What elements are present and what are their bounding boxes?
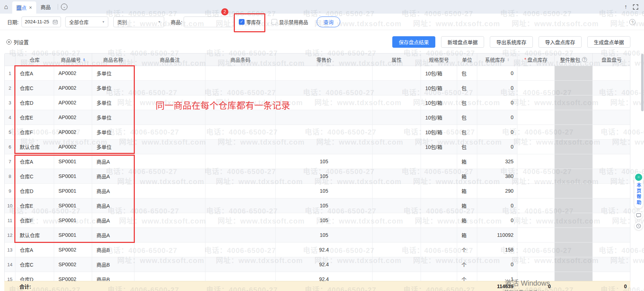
category-select[interactable]: 类别▾ — [113, 17, 164, 27]
table-row[interactable]: 4仓库EAP0002多单位10包/箱包0 — [5, 110, 630, 125]
cell-count[interactable] — [517, 95, 555, 110]
column-header-code[interactable]: 商品编号▲▼ — [54, 53, 92, 66]
column-header-price: 零售价 — [276, 53, 373, 66]
table-row[interactable]: 12默认仓库SP0001商品A105箱110092 — [5, 228, 630, 243]
cell-price — [276, 81, 373, 95]
summary-spacer — [4, 281, 15, 291]
page-help-button[interactable]: ⌾ 本页帮助 — [634, 172, 643, 208]
table-row[interactable]: 6默认仓库AP0002多单位10包/箱包0 — [5, 140, 630, 154]
tab-inventory-count[interactable]: 盘点 × — [12, 1, 36, 14]
cell-note — [134, 66, 205, 80]
new-count-doc-button[interactable]: 新增盘点单据 — [441, 36, 484, 48]
cell-price: 105 — [276, 184, 373, 198]
table-row[interactable]: 9仓库DSP0001商品A105箱290 — [5, 184, 630, 198]
cell-barcode — [205, 154, 276, 169]
cell-count[interactable] — [517, 213, 555, 227]
cell-count[interactable] — [517, 169, 555, 183]
cell-price: 92.4 — [276, 243, 373, 257]
cell-wh: 默认仓库 — [15, 228, 54, 242]
summary-name — [92, 281, 134, 291]
cell-attr — [373, 154, 421, 169]
cell-barcode — [205, 198, 276, 213]
table-row[interactable]: 13仓库ASP0002商品B92.4个158 — [5, 243, 630, 257]
cell-count[interactable] — [517, 243, 555, 257]
table-row[interactable]: 11仓库FSP0001商品A105箱0 — [5, 213, 630, 228]
cell-price: 92.4 — [276, 257, 373, 272]
cell-spec — [421, 198, 457, 213]
inventory-count-page: ⌂ 盘点 × 商品 ⌄ ↑ 日期: 2024-11-25 全部仓库▾ 类别▾ 商… — [0, 0, 644, 291]
table-row[interactable]: 14仓库CSP0002商品B92.4个0 — [5, 257, 630, 272]
cell-sys: 0 — [477, 81, 517, 95]
tab-history-icon[interactable]: ⌄ — [61, 4, 67, 10]
table-row[interactable]: 1仓库AAP0002多单位10包/箱包0 — [5, 66, 630, 81]
table-row[interactable]: 8仓库CSP0001商品A105箱380 — [5, 169, 630, 184]
cell-count[interactable] — [517, 154, 555, 169]
column-header-attr: 属性 — [373, 53, 421, 66]
collapse-up-icon[interactable]: ↑ — [624, 4, 627, 10]
tab-products[interactable]: 商品 — [36, 3, 55, 10]
fullscreen-icon[interactable] — [633, 4, 638, 10]
cell-code: AP0002 — [54, 140, 92, 154]
date-input[interactable]: 2024-11-25 — [22, 17, 61, 27]
cell-price — [276, 125, 373, 139]
export-system-stock-button[interactable]: 导出系统库存 — [490, 36, 533, 48]
home-icon[interactable]: ⌂ — [0, 0, 12, 14]
import-count-stock-button[interactable]: 导入盘点库存 — [539, 36, 582, 48]
cell-pl — [593, 95, 630, 110]
summary-pl: 0 — [592, 281, 630, 291]
row-number: 11 — [5, 213, 15, 227]
cell-pkg — [555, 169, 593, 183]
save-count-result-button[interactable]: 保存盘点结果 — [392, 36, 435, 48]
cell-note — [134, 213, 205, 227]
cell-count[interactable] — [517, 125, 555, 139]
summary-sys: 114639 — [477, 281, 517, 291]
cell-count[interactable] — [517, 140, 555, 154]
column-header-sys[interactable]: 系统库存▲▼ — [477, 53, 517, 66]
table-row[interactable]: 10仓库ESP0001商品A105箱0 — [5, 198, 630, 213]
cell-attr — [373, 95, 421, 110]
cell-note — [134, 140, 205, 154]
chat-icon[interactable] — [635, 211, 643, 219]
cell-pl — [593, 198, 630, 213]
zero-stock-checkbox[interactable]: ✓ 零库存 2 — [239, 18, 261, 25]
cell-count[interactable] — [517, 228, 555, 242]
cell-count[interactable] — [517, 257, 555, 272]
table-header-row: 仓库商品编号▲▼商品名称商品备注商品条码零售价属性规格型号单位系统库存▲▼*盘点… — [5, 53, 630, 66]
cell-count[interactable] — [517, 81, 555, 95]
date-label: 日期: — [7, 18, 19, 25]
cell-name: 商品A — [92, 198, 134, 213]
column-settings-button[interactable]: 列设置 — [6, 38, 29, 46]
cell-name: 多单位 — [92, 125, 134, 139]
cell-barcode — [205, 228, 276, 242]
help-question-icon[interactable]: ? — [629, 19, 635, 25]
cell-count[interactable] — [517, 184, 555, 198]
service-icon: ⌾ — [635, 174, 642, 181]
cell-count[interactable] — [517, 198, 555, 213]
cell-attr — [373, 213, 421, 227]
table-row[interactable]: 5仓库FAP0002多单位10包/箱包0 — [5, 125, 630, 140]
cell-name: 商品B — [92, 257, 134, 272]
cell-price — [276, 110, 373, 125]
cell-note — [134, 125, 205, 139]
query-button[interactable]: 查询 — [317, 17, 340, 27]
cell-pkg — [555, 140, 593, 154]
cell-pkg — [555, 125, 593, 139]
cell-sys: 0 — [477, 66, 517, 80]
cell-count[interactable] — [517, 66, 555, 80]
warehouse-select[interactable]: 全部仓库▾ — [65, 17, 108, 27]
cell-pkg — [555, 243, 593, 257]
column-header-count: *盘点库存 — [517, 53, 555, 66]
column-header-wh: 仓库 — [15, 53, 54, 66]
cell-code: AP0002 — [54, 81, 92, 95]
close-icon[interactable]: × — [29, 5, 32, 10]
history-circle-icon[interactable] — [635, 222, 643, 230]
table-row[interactable]: 2仓库CAP0002多单位10包/箱包0 — [5, 81, 630, 95]
vertical-scrollbar[interactable] — [641, 54, 644, 111]
summary-wh: 合计: — [15, 281, 54, 291]
show-disabled-checkbox[interactable]: 显示禁用商品 — [271, 18, 308, 25]
product-input[interactable] — [184, 17, 234, 27]
table-row[interactable]: 3仓库DAP0002多单位10包/箱包0 — [5, 95, 630, 110]
table-row[interactable]: 7仓库ASP0001商品A105箱325 — [5, 154, 630, 169]
cell-count[interactable] — [517, 110, 555, 125]
generate-count-doc-button[interactable]: 生成盘点单据 — [587, 36, 630, 48]
